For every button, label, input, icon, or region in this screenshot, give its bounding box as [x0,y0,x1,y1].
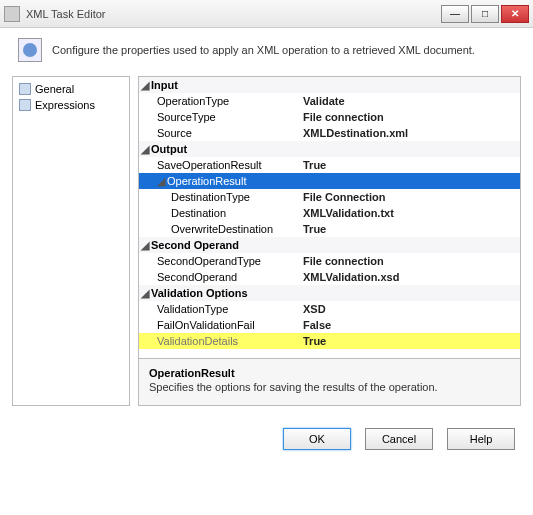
minimize-button[interactable]: — [441,5,469,23]
property-row[interactable]: OperationTypeValidate [139,93,520,109]
property-row[interactable]: SaveOperationResultTrue [139,157,520,173]
property-value[interactable]: True [299,157,520,173]
info-title: OperationResult [149,367,510,379]
header: Configure the properties used to apply a… [0,28,533,76]
dialog-buttons: OK Cancel Help [0,414,533,450]
property-row[interactable]: SecondOperandTypeFile connection [139,253,520,269]
nav-item-label: Expressions [35,99,95,111]
category-header[interactable]: ◢Validation Options [139,285,520,301]
app-icon [4,6,20,22]
property-name: SourceType [157,109,216,125]
property-value[interactable]: XMLValidation.xsd [299,269,520,285]
category-header[interactable]: ◢Output [139,141,520,157]
property-value[interactable]: File connection [299,109,520,125]
nav-item-label: General [35,83,74,95]
nav-panel: GeneralExpressions [12,76,130,406]
property-value[interactable]: Validate [299,93,520,109]
property-value[interactable]: XMLValidation.txt [299,205,520,221]
header-description: Configure the properties used to apply a… [52,44,475,56]
property-name: Source [157,125,192,141]
nav-item-expressions[interactable]: Expressions [15,97,127,113]
property-row[interactable]: SourceTypeFile connection [139,109,520,125]
property-row[interactable]: DestinationXMLValidation.txt [139,205,520,221]
property-name: OverwriteDestination [171,221,273,237]
category-header[interactable]: ◢Second Operand [139,237,520,253]
property-name: SecondOperand [157,269,237,285]
property-value[interactable]: XMLDestination.xml [299,125,520,141]
property-name: Validation Options [151,285,248,301]
window-title: XML Task Editor [26,8,441,20]
property-value[interactable] [299,141,520,157]
maximize-button[interactable]: □ [471,5,499,23]
category-header[interactable]: ◢Input [139,77,520,93]
property-grid: ◢InputOperationTypeValidateSourceTypeFil… [138,76,521,406]
expand-icon[interactable]: ◢ [157,173,167,189]
property-value[interactable]: File connection [299,253,520,269]
property-row[interactable]: FailOnValidationFailFalse [139,317,520,333]
info-panel: OperationResult Specifies the options fo… [139,358,520,405]
property-value[interactable]: False [299,317,520,333]
property-name: Output [151,141,187,157]
ok-button[interactable]: OK [283,428,351,450]
property-row[interactable]: OverwriteDestinationTrue [139,221,520,237]
property-name: Destination [171,205,226,221]
property-value[interactable] [299,285,520,301]
property-name: Input [151,77,178,93]
expand-icon[interactable]: ◢ [141,77,151,93]
property-value[interactable] [299,77,520,93]
expand-icon[interactable]: ◢ [141,237,151,253]
property-name: FailOnValidationFail [157,317,255,333]
main-area: GeneralExpressions ◢InputOperationTypeVa… [0,76,533,414]
property-name: OperationResult [167,173,247,189]
property-name: Second Operand [151,237,239,253]
property-name: ValidationType [157,301,228,317]
property-value[interactable]: True [299,221,520,237]
info-description: Specifies the options for saving the res… [149,381,510,393]
expand-icon[interactable]: ◢ [141,141,151,157]
property-name: SecondOperandType [157,253,261,269]
property-row[interactable]: SourceXMLDestination.xml [139,125,520,141]
task-icon [18,38,42,62]
property-name: ValidationDetails [157,333,238,349]
property-value[interactable]: XSD [299,301,520,317]
titlebar: XML Task Editor — □ ✕ [0,0,533,28]
property-name: SaveOperationResult [157,157,262,173]
property-name: DestinationType [171,189,250,205]
property-row[interactable]: DestinationTypeFile Connection [139,189,520,205]
nav-item-general[interactable]: General [15,81,127,97]
property-row[interactable]: ◢OperationResult [139,173,520,189]
expand-icon[interactable]: ◢ [141,285,151,301]
property-name: OperationType [157,93,229,109]
page-icon [19,83,31,95]
window-controls: — □ ✕ [441,5,529,23]
property-row[interactable]: ValidationTypeXSD [139,301,520,317]
page-icon [19,99,31,111]
property-value[interactable]: True [299,333,520,349]
help-button[interactable]: Help [447,428,515,450]
property-row[interactable]: SecondOperandXMLValidation.xsd [139,269,520,285]
close-button[interactable]: ✕ [501,5,529,23]
cancel-button[interactable]: Cancel [365,428,433,450]
property-row[interactable]: ValidationDetailsTrue [139,333,520,349]
property-value[interactable] [299,237,520,253]
property-value[interactable]: File Connection [299,189,520,205]
property-value[interactable] [299,173,520,189]
